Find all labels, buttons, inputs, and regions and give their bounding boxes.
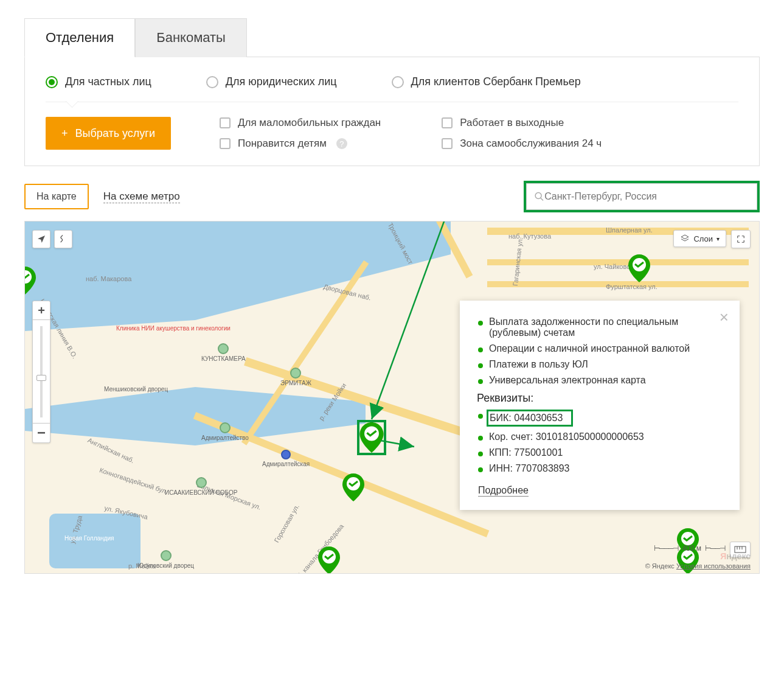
zoom-in-button[interactable]: + — [32, 301, 50, 320]
radio-icon — [206, 76, 218, 88]
view-on-map-button[interactable]: На карте — [24, 184, 89, 209]
check-kids-friendly[interactable]: Понравится детям ? — [220, 138, 381, 150]
branch-popup: × Выплата задолженности по специальным (… — [460, 301, 740, 510]
check-low-mobility-label: Для маломобильных граждан — [238, 117, 381, 129]
checkbox-icon — [442, 138, 453, 149]
client-type-radios: Для частных лиц Для юридических лиц Для … — [46, 75, 738, 102]
svg-point-0 — [535, 193, 541, 199]
scale-bar: ⊢───⊣ 400 м ⊢──⊣ — [654, 544, 725, 553]
radio-premier-label: Для клиентов Сбербанк Премьер — [411, 75, 581, 88]
yandex-logo: Яндекс — [720, 551, 751, 561]
branch-pin[interactable] — [24, 267, 36, 295]
map-frame[interactable]: наб. Макарова Дворцовая наб. наб. Кутузо… — [24, 221, 760, 574]
service-item: Выплата задолженности по специальным (ру… — [478, 316, 721, 338]
bik-highlight: БИК: 044030653 — [487, 410, 573, 427]
checkbox-icon — [220, 138, 231, 149]
services-list: Выплата задолженности по специальным (ру… — [478, 316, 721, 386]
radio-legal[interactable]: Для юридических лиц — [206, 75, 337, 88]
terms-link[interactable]: Условия использования — [676, 562, 751, 570]
check-self-service-24[interactable]: Зона самообслуживания 24 ч — [442, 138, 602, 150]
svg-line-1 — [541, 198, 543, 200]
requisite-kor: Кор. счет: 30101810500000000653 — [478, 431, 721, 442]
more-link[interactable]: Подробнее — [478, 485, 529, 497]
poi-clinic: Клиника НИИ акушерства и гинекологии — [116, 325, 231, 332]
tab-branches[interactable]: Отделения — [24, 18, 135, 57]
street-label: Фурштатская ул. — [606, 283, 657, 290]
street-label: наб. Кутузова — [508, 232, 551, 240]
check-open-weekends-label: Работает в выходные — [460, 117, 564, 129]
select-services-label: Выбрать услуги — [75, 127, 155, 140]
checkbox-icon — [442, 117, 453, 128]
geolocate-button[interactable] — [32, 230, 50, 248]
layers-button[interactable]: Слои ▾ — [673, 230, 726, 247]
check-low-mobility[interactable]: Для маломобильных граждан — [220, 117, 381, 129]
poi-icon — [218, 343, 229, 354]
location-arrow-icon — [36, 234, 46, 244]
poi-menshikov: Меншиковский дворец — [104, 386, 168, 393]
layers-icon — [680, 234, 690, 243]
poi-admiralty: Адмиралтейство — [201, 434, 249, 441]
search-box[interactable] — [526, 183, 757, 210]
requisites-list: БИК: 044030653 Кор. счет: 30101810500000… — [478, 410, 721, 474]
help-icon[interactable]: ? — [336, 138, 347, 149]
check-kids-friendly-label: Понравится детям — [238, 138, 327, 150]
street-label: наб. Макарова — [86, 275, 131, 282]
poi-isaac: ИСААКИЕВСКИЙ СОБОР — [165, 489, 237, 496]
attribution-prefix: © Яндекс — [645, 562, 675, 570]
branch-pin[interactable] — [318, 546, 340, 574]
requisite-bik: БИК: 044030653 — [478, 410, 721, 427]
expand-icon — [737, 235, 745, 243]
branch-pin[interactable] — [342, 473, 364, 501]
branch-pin-selected[interactable] — [358, 421, 385, 454]
street-label: Конногвардейский бул. — [99, 466, 169, 495]
poi-icon — [196, 477, 207, 488]
plus-icon: + — [61, 127, 68, 140]
check-open-weekends[interactable]: Работает в выходные — [442, 117, 602, 129]
radio-private-label: Для частных лиц — [65, 75, 151, 88]
zoom-out-button[interactable]: − — [32, 424, 50, 443]
tab-atms[interactable]: Банкоматы — [135, 18, 247, 57]
view-metro-scheme-link[interactable]: На схеме метро — [103, 190, 180, 203]
poi-newholland: Новая Голландия — [64, 535, 114, 542]
poi-icon — [220, 422, 231, 433]
service-item: Операции с наличной иностранной валютой — [478, 343, 721, 354]
search-input[interactable] — [544, 191, 749, 202]
poi-icon — [161, 550, 172, 561]
requisites-title: Реквизиты: — [477, 392, 721, 405]
route-button[interactable] — [54, 230, 72, 248]
poi-kunstkamera: КУНСТКАМЕРА — [201, 355, 246, 362]
zoom-slider[interactable] — [32, 320, 50, 424]
service-item: Платежи в пользу ЮЛ — [478, 359, 721, 370]
service-item: Универсальная электронная карта — [478, 375, 721, 386]
checkbox-icon — [220, 117, 231, 128]
street-label: Шпалерная ул. — [606, 226, 653, 234]
radio-legal-label: Для юридических лиц — [226, 75, 337, 88]
radio-premier[interactable]: Для клиентов Сбербанк Премьер — [392, 75, 581, 88]
scale-label: 400 м — [682, 544, 701, 553]
search-icon — [534, 191, 544, 202]
zoom-slider-handle[interactable] — [36, 375, 46, 381]
poi-admiralteyskaya: Адмиралтейская — [262, 461, 310, 467]
poi-icon — [290, 368, 301, 379]
chevron-down-icon: ▾ — [716, 236, 720, 242]
requisite-kpp: КПП: 775001001 — [478, 447, 721, 458]
map-attribution: © Яндекс Условия использования — [645, 562, 751, 570]
fullscreen-button[interactable] — [731, 230, 751, 248]
street-label: Гороховая ул. — [272, 503, 300, 543]
select-services-button[interactable]: + Выбрать услуги — [46, 117, 171, 150]
metro-icon — [281, 450, 291, 459]
street-label: Английская наб. — [86, 436, 135, 464]
filter-panel: Для частных лиц Для юридических лиц Для … — [24, 57, 760, 166]
radio-icon — [392, 76, 404, 88]
poi-hermitage: ЭРМИТАЖ — [280, 380, 311, 386]
requisite-inn: ИНН: 7707083893 — [478, 463, 721, 474]
layers-label: Слои — [693, 234, 713, 243]
search-highlight-box — [524, 181, 760, 212]
route-icon — [58, 234, 68, 244]
radio-private[interactable]: Для частных лиц — [46, 75, 151, 88]
branch-pin[interactable] — [628, 254, 650, 282]
check-self-service-24-label: Зона самообслуживания 24 ч — [460, 138, 602, 150]
poi-yusupov: Юсуповский дворец — [137, 562, 194, 569]
radio-icon — [46, 76, 58, 88]
